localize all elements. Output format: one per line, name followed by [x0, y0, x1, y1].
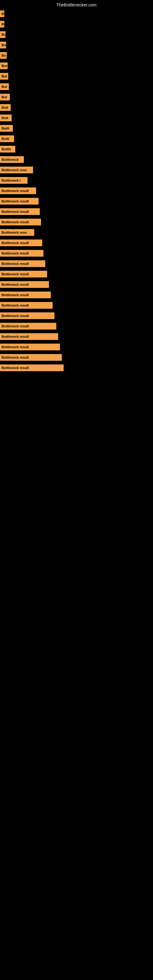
bar-row: Bottleneck result [0, 269, 153, 279]
bar-label-text: Bottleneck result [1, 220, 30, 224]
bar-row: Bottleneck result [0, 217, 153, 227]
bar-label-text: Bot [1, 64, 8, 68]
bar: Bott [0, 115, 12, 121]
bar-label-text: Bottleneck result [1, 304, 30, 307]
bar-row: Bottleneck result [0, 342, 153, 352]
bar: Bo [0, 31, 5, 38]
bar-row: Bott [0, 113, 153, 123]
bar-row: Bo [0, 29, 153, 40]
bar: Bottleneck result [0, 271, 47, 277]
bar-row: Bottleneck result [0, 290, 153, 300]
bar: Bottleneck r [0, 177, 27, 184]
bar-row: Bot [0, 92, 153, 102]
bar-label-text: B [1, 22, 4, 26]
bar: Bottleneck result [0, 364, 64, 371]
bar: Bottle [0, 146, 15, 153]
bar-row: Bottleneck r [0, 175, 153, 186]
bar: Bottleneck result [0, 354, 62, 361]
bar-label-text: Bottleneck result [1, 314, 30, 318]
bar: Bottleneck result [0, 250, 43, 257]
bar: Bottleneck result [0, 333, 58, 340]
bar-label-text: Bot [1, 75, 8, 78]
bar-label-text: Bott [1, 106, 9, 109]
bar: Bot [0, 83, 9, 90]
bar-row: Bott [0, 102, 153, 113]
bar: Bot [0, 94, 10, 100]
bar-label-text: Bottleneck result [1, 262, 30, 266]
bar-label-text: Bottleneck result [1, 366, 30, 370]
bar-row: Bottleneck result [0, 186, 153, 196]
bar-row: Bottleneck result [0, 363, 153, 373]
bar-label-text: Bo [1, 54, 7, 57]
bar-row: Bottleneck resu [0, 227, 153, 238]
bar: Bottleneck result [0, 302, 53, 309]
bar-label-text: Bottleneck resu [1, 231, 28, 234]
bar: Bottleneck resu [0, 167, 33, 173]
bar-label-text: Bottleneck result [1, 283, 30, 286]
bar-row: Bo [0, 40, 153, 50]
bar-label-text: Bottleneck result [1, 241, 30, 245]
bar-row: Bot [0, 81, 153, 92]
bar-row: Bottl [0, 134, 153, 144]
bar: Bottleneck result [0, 260, 45, 267]
bar-row: Bottleneck result [0, 352, 153, 363]
bar: Bottleneck result [0, 208, 40, 215]
bar-row: Bottleneck result [0, 248, 153, 258]
bar-label-text: Bo [1, 43, 6, 47]
bar: Bottl [0, 135, 14, 142]
bar-label-text: Bottleneck r [1, 178, 22, 182]
bar: Bottleneck [0, 156, 24, 163]
bar-label-text: Bot [1, 85, 8, 89]
bar-row: Bottleneck result [0, 258, 153, 269]
bar: Bottleneck result [0, 323, 56, 329]
bar-label-text: Bottleneck result [1, 324, 30, 328]
bar: Bottleneck result [0, 219, 41, 225]
bar-row: Bottleneck result [0, 331, 153, 342]
bar: Bottleneck result [0, 312, 54, 319]
bar-row: Bottleneck result [0, 207, 153, 217]
bar-row: B [0, 9, 153, 19]
bar: B [0, 10, 4, 17]
bar-label-text: Bo [1, 33, 5, 37]
bar-label-text: Bottleneck result [1, 345, 30, 349]
bar: Bott [0, 104, 11, 111]
bar-label-text: Bottl [1, 137, 10, 140]
bar-row: Bottle [0, 144, 153, 154]
bar-label-text: Bottleneck result [1, 272, 30, 276]
bar-row: Bottleneck result [0, 321, 153, 331]
bar: Bo [0, 52, 7, 59]
bar-row: Bottleneck result [0, 238, 153, 248]
bar-label-text: Bottleneck result [1, 210, 30, 213]
bar-label-text: Bottleneck resu [1, 168, 28, 172]
bar: Bottleneck result [0, 188, 36, 194]
bar: Bo [0, 41, 6, 48]
bar: Bottleneck result [0, 291, 51, 298]
bar-label-text: Bottleneck result [1, 251, 30, 255]
bars-container: BBBoBoBoBotBotBotBotBottBottBottlBottlBo… [0, 9, 153, 373]
bar: B [0, 21, 4, 27]
bar-label-text: Bottleneck result [1, 293, 30, 297]
bar-row: Bottleneck [0, 154, 153, 165]
bar-label-text: Bottleneck result [1, 335, 30, 339]
bar-row: Bot [0, 71, 153, 81]
bar-label-text: Bottl [1, 126, 10, 130]
bar: Bottleneck result [0, 240, 42, 246]
bar: Bottleneck result [0, 281, 49, 288]
bar: Bottl [0, 125, 13, 132]
bar: Bottleneck result [0, 344, 60, 350]
bar-row: Bottleneck result [0, 300, 153, 310]
bar-row: Bot [0, 60, 153, 71]
bar-label-text: Bottle [1, 147, 12, 151]
bar: Bottleneck result [0, 198, 38, 205]
bar-label-text: B [1, 12, 4, 16]
bar-row: Bottl [0, 123, 153, 134]
bar-label-text: Bott [1, 116, 9, 120]
bar-label-text: Bottleneck [1, 158, 19, 161]
bar-row: Bottleneck result [0, 279, 153, 290]
bar-row: Bottleneck resu [0, 165, 153, 175]
site-title: TheBottlenecker.com [0, 0, 153, 9]
bar-label-text: Bot [1, 95, 8, 99]
bar-label-text: Bottleneck result [1, 199, 30, 203]
bar: Bottleneck resu [0, 229, 34, 236]
bar: Bot [0, 62, 8, 69]
